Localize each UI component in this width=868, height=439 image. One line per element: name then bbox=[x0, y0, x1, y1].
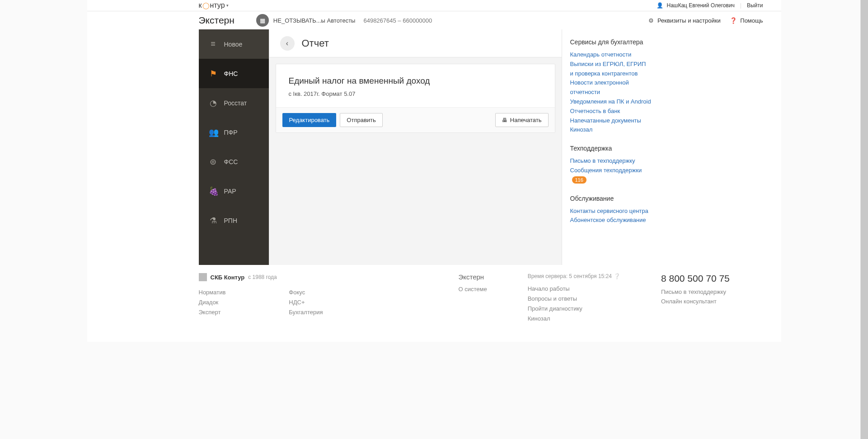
footer-extern-head: Экстерн bbox=[458, 273, 487, 281]
sidebar-item-label: ФНС bbox=[224, 70, 238, 77]
footer-link-start[interactable]: Начало работы bbox=[528, 284, 620, 294]
print-label: Напечатать bbox=[510, 117, 542, 123]
sidebar-item-rar[interactable]: 🍇 РАР bbox=[199, 176, 269, 206]
scrollbar-thumb[interactable] bbox=[861, 0, 868, 342]
sidebar-item-label: Росстат bbox=[224, 99, 247, 107]
user-menu[interactable]: 👤 НашКац Евгений Олегович bbox=[657, 2, 735, 9]
sidebar-item-label: ПФР bbox=[224, 129, 238, 136]
link-service-contacts[interactable]: Контакты сервисного центра bbox=[570, 207, 657, 216]
service-heading: Обслуживание bbox=[570, 195, 657, 202]
scrollbar[interactable] bbox=[860, 0, 868, 342]
logo-text-right: нтур bbox=[210, 1, 225, 9]
logo-text-left: к bbox=[199, 1, 202, 9]
skb-since: с 1988 года bbox=[248, 274, 277, 280]
footer-link-normativ[interactable]: Норматив bbox=[199, 288, 226, 297]
content-area: ‹ Отчет Единый налог на вмененный доход … bbox=[269, 29, 562, 265]
divider: | bbox=[740, 2, 741, 9]
footer-link-focus[interactable]: Фокус bbox=[289, 288, 323, 297]
sidebar-item-pfr[interactable]: 👥 ПФР bbox=[199, 118, 269, 147]
target-icon: ⊚ bbox=[209, 157, 218, 167]
edit-button[interactable]: Редактировать bbox=[282, 113, 337, 127]
org-switcher[interactable]: ▦ bbox=[256, 14, 269, 27]
sidebar-item-label: ФСС bbox=[224, 158, 238, 165]
help-icon: ❓ bbox=[730, 17, 737, 24]
help-circle-icon[interactable]: ❔ bbox=[614, 273, 620, 279]
server-time: Время сервера: 5 сентября 15:24 ❔ bbox=[528, 273, 620, 279]
user-icon: 👤 bbox=[657, 2, 663, 9]
footer-link-diag[interactable]: Пройти диагностику bbox=[528, 304, 620, 314]
server-time-text: Время сервера: 5 сентября 15:24 bbox=[528, 273, 612, 279]
people-icon: 👥 bbox=[209, 127, 218, 137]
sidebar-item-new[interactable]: ≡ Новое bbox=[199, 29, 269, 59]
support-badge: 116 bbox=[572, 176, 586, 184]
list-icon: ≡ bbox=[209, 39, 218, 49]
app-header: Экстерн ▦ НЕ_ОТЗЫВАТЬ...ы Автотесты 6498… bbox=[87, 11, 781, 29]
piechart-icon: ◔ bbox=[209, 98, 218, 108]
link-egrul[interactable]: Выписки из ЕГРЮЛ, ЕГРИП и проверка контр… bbox=[570, 60, 657, 79]
logout-link[interactable]: Выйти bbox=[747, 2, 763, 9]
back-button[interactable]: ‹ bbox=[280, 36, 295, 51]
gear-icon: ⚙ bbox=[648, 17, 654, 24]
settings-label: Реквизиты и настройки bbox=[657, 17, 721, 24]
footer-phone: 8 800 500 70 75 bbox=[661, 273, 730, 284]
footer-link-about[interactable]: О системе bbox=[458, 284, 487, 294]
help-label: Помощь bbox=[740, 17, 763, 24]
sidebar-item-label: РПН bbox=[224, 217, 238, 224]
report-title: Единый налог на вмененный доход bbox=[289, 76, 542, 86]
footer-link-expert[interactable]: Эксперт bbox=[199, 307, 226, 317]
org-name[interactable]: НЕ_ОТЗЫВАТЬ...ы Автотесты bbox=[273, 17, 356, 24]
link-calendar[interactable]: Календарь отчетности bbox=[570, 50, 657, 60]
kontur-logo[interactable]: к ◯ нтур ▾ bbox=[199, 1, 229, 9]
chevron-down-icon[interactable]: ▾ bbox=[226, 3, 229, 8]
factory-icon: ⚗ bbox=[209, 216, 218, 226]
link-notifications[interactable]: Уведомления на ПК и Android bbox=[570, 97, 657, 107]
page-title: Отчет bbox=[302, 38, 329, 49]
footer-support-letter[interactable]: Письмо в техподдержку bbox=[661, 288, 730, 297]
report-card: Единый налог на вмененный доход с Iкв. 2… bbox=[276, 64, 555, 133]
support-heading: Техподдержка bbox=[570, 145, 657, 152]
sidebar-item-fns[interactable]: ⚑ ФНС bbox=[199, 59, 269, 88]
print-icon: 🖶 bbox=[502, 117, 507, 123]
top-userbar: к ◯ нтур ▾ 👤 НашКац Евгений Олегович | В… bbox=[87, 0, 781, 11]
right-sidebar: Сервисы для бухгалтера Календарь отчетно… bbox=[562, 29, 665, 265]
grid-icon: ▦ bbox=[260, 17, 265, 24]
link-support-messages[interactable]: Сообщения техподдержки 116 bbox=[570, 166, 657, 185]
link-bank[interactable]: Отчетность в банк bbox=[570, 107, 657, 116]
link-support-messages-text: Сообщения техподдержки bbox=[570, 167, 642, 174]
settings-link[interactable]: ⚙ Реквизиты и настройки bbox=[648, 17, 720, 24]
footer-link-diadoc[interactable]: Диадок bbox=[199, 297, 226, 307]
user-name: НашКац Евгений Олегович bbox=[666, 2, 734, 9]
help-link[interactable]: ❓ Помощь bbox=[730, 17, 763, 24]
skb-name: СКБ Контур bbox=[211, 274, 245, 281]
sidebar-item-fss[interactable]: ⊚ ФСС bbox=[199, 147, 269, 176]
footer-link-nds[interactable]: НДС+ bbox=[289, 297, 323, 307]
footer-link-cinema2[interactable]: Кинозал bbox=[528, 314, 620, 324]
send-button[interactable]: Отправить bbox=[340, 113, 382, 127]
chevron-left-icon: ‹ bbox=[286, 39, 288, 47]
org-codes: 6498267645 – 660000000 bbox=[363, 17, 432, 24]
link-support-letter[interactable]: Письмо в техподдержку bbox=[570, 156, 657, 166]
print-button[interactable]: 🖶 Напечатать bbox=[495, 113, 549, 127]
cloud-icon: ◯ bbox=[202, 2, 210, 9]
footer-link-faq[interactable]: Вопросы и ответы bbox=[528, 294, 620, 304]
link-printed[interactable]: Напечатанные документы bbox=[570, 116, 657, 126]
grapes-icon: 🍇 bbox=[209, 186, 218, 196]
skb-logo-icon bbox=[199, 273, 207, 281]
report-subtitle: с Iкв. 2017г. Формат 5.07 bbox=[289, 90, 542, 97]
footer: СКБ Контур с 1988 года Норматив Диадок Э… bbox=[87, 265, 781, 342]
sidebar-item-rosstat[interactable]: ◔ Росстат bbox=[199, 88, 269, 118]
sidebar-item-rpn[interactable]: ⚗ РПН bbox=[199, 206, 269, 235]
link-cinema[interactable]: Кинозал bbox=[570, 125, 657, 135]
link-news[interactable]: Новости электронной отчетности bbox=[570, 78, 657, 97]
sidebar-item-label: РАР bbox=[224, 188, 236, 195]
flag-icon: ⚑ bbox=[209, 69, 218, 79]
sidebar-item-label: Новое bbox=[224, 41, 243, 48]
footer-link-buh[interactable]: Бухгалтерия bbox=[289, 307, 323, 317]
link-subscription[interactable]: Абонентское обслуживание bbox=[570, 216, 657, 225]
services-heading: Сервисы для бухгалтера bbox=[570, 38, 657, 46]
app-title: Экстерн bbox=[199, 15, 235, 26]
sidebar: ≡ Новое ⚑ ФНС ◔ Росстат 👥 ПФР ⊚ ФСС 🍇 РА bbox=[199, 29, 269, 265]
footer-online-consultant[interactable]: Онлайн консультант bbox=[661, 297, 730, 307]
skb-logo-row: СКБ Контур с 1988 года bbox=[199, 273, 350, 281]
